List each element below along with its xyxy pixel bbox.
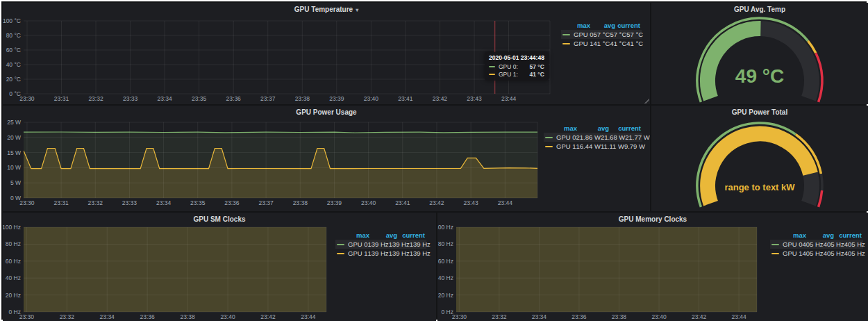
x-tick-label: 23:30 bbox=[19, 313, 35, 320]
y-tick-label: 60 °C bbox=[6, 47, 21, 54]
legend-sort-current[interactable]: current bbox=[834, 231, 862, 239]
legend-value: 405 Hz bbox=[844, 249, 865, 257]
legend-series-toggle[interactable]: GPU 0 bbox=[771, 240, 803, 248]
x-tick-label: 23:44 bbox=[731, 313, 746, 320]
panel-gpu-avg-temp: GPU Avg. Temp 49 °C bbox=[651, 3, 868, 104]
tooltip-series-name: GPU 0: bbox=[499, 63, 518, 70]
y-tick-label: 20 Hz bbox=[6, 292, 21, 299]
legend-sort-max[interactable]: max bbox=[545, 124, 577, 132]
legend-sort-avg[interactable]: avg bbox=[369, 231, 397, 239]
x-tick-label: 23:42 bbox=[260, 313, 276, 320]
y-tick-label: 100 Hz bbox=[437, 224, 453, 231]
x-tick-label: 23:34 bbox=[532, 313, 547, 320]
legend-sort-avg[interactable]: avg bbox=[806, 231, 834, 239]
series-swatch bbox=[771, 253, 779, 254]
legend-value: 139 Hz bbox=[389, 249, 410, 257]
x-tick-label: 23:33 bbox=[122, 199, 137, 206]
legend-series-toggle[interactable]: GPU 1 bbox=[771, 249, 803, 257]
legend-sort-max[interactable]: max bbox=[778, 231, 806, 239]
series-swatch bbox=[562, 43, 570, 44]
x-tick-label: 23:37 bbox=[260, 95, 276, 102]
legend-series-toggle[interactable]: GPU 1 bbox=[562, 40, 594, 47]
chart-canvas: 0 °C20 °C40 °C60 °C80 °C100 °C23:3023:31… bbox=[3, 3, 650, 104]
x-tick-label: 23:42 bbox=[429, 199, 444, 206]
x-tick-label: 23:40 bbox=[220, 313, 235, 320]
legend-value: 41 °C bbox=[626, 40, 643, 47]
legend-header-row: maxavgcurrent bbox=[561, 21, 642, 30]
legend-sort-current[interactable]: current bbox=[397, 231, 425, 239]
legend-sort-max[interactable]: max bbox=[342, 231, 369, 239]
legend-row: GPU 021.86 W21.68 W21.77 W bbox=[544, 133, 642, 142]
legend-series-toggle[interactable]: GPU 0 bbox=[337, 240, 368, 248]
x-tick-label: 23:40 bbox=[651, 313, 667, 320]
x-tick-label: 23:42 bbox=[692, 313, 707, 320]
x-tick-label: 23:41 bbox=[395, 199, 410, 206]
legend-header-row: maxavgcurrent bbox=[335, 231, 426, 240]
x-tick-label: 23:37 bbox=[258, 199, 274, 206]
x-tick-label: 23:36 bbox=[571, 313, 587, 320]
x-tick-label: 23:34 bbox=[157, 95, 172, 102]
series-swatch bbox=[545, 137, 553, 138]
y-tick-label: 80 Hz bbox=[6, 240, 21, 247]
y-tick-label: 40 Hz bbox=[6, 274, 21, 281]
legend-series-toggle[interactable]: GPU 1 bbox=[337, 249, 368, 257]
y-tick-label: 20 W bbox=[7, 134, 21, 141]
legend-sort-avg[interactable]: avg bbox=[577, 124, 609, 132]
gpu-avg-temp-gauge bbox=[651, 3, 868, 104]
legend-value: 57 °C bbox=[626, 31, 643, 38]
legend-value: 21.77 W bbox=[625, 133, 649, 141]
gauge-canvas bbox=[651, 3, 868, 104]
tooltip-series-name: GPU 1: bbox=[499, 71, 518, 78]
gpu-memory-clocks-legend: maxavgcurrentGPU 0405 Hz405 Hz405 HzGPU … bbox=[770, 231, 863, 258]
legend-row: GPU 0405 Hz405 Hz405 Hz bbox=[770, 240, 863, 249]
legend-sort-current[interactable]: current bbox=[615, 22, 640, 29]
y-tick-label: 40 Hz bbox=[438, 274, 453, 281]
legend-sort-max[interactable]: max bbox=[565, 22, 590, 29]
x-tick-label: 23:44 bbox=[498, 199, 513, 206]
y-tick-label: 60 Hz bbox=[6, 258, 21, 265]
legend-value: 41 °C bbox=[610, 40, 626, 47]
legend-value: 41 °C bbox=[594, 40, 610, 47]
gauge-value-arc bbox=[708, 134, 810, 204]
x-tick-label: 23:35 bbox=[190, 199, 206, 206]
x-tick-label: 23:35 bbox=[192, 95, 207, 102]
x-tick-label: 23:38 bbox=[180, 313, 195, 320]
legend-sort-current[interactable]: current bbox=[609, 124, 641, 132]
legend-row: GPU 141 °C41 °C41 °C bbox=[561, 39, 642, 48]
legend-value: 405 Hz bbox=[824, 240, 844, 248]
gpu-sm-clocks-chart[interactable]: 0 Hz20 Hz40 Hz60 Hz80 Hz100 Hz23:3023:32… bbox=[3, 213, 436, 321]
y-tick-label: 60 Hz bbox=[438, 258, 453, 265]
x-tick-label: 23:32 bbox=[60, 313, 75, 320]
chart-tooltip: 2020-05-01 23:44:48 GPU 0: 57 °C GPU 1: … bbox=[485, 52, 549, 81]
legend-header-row: maxavgcurrent bbox=[770, 231, 863, 240]
x-tick-label: 23:43 bbox=[463, 199, 478, 206]
legend-series-toggle[interactable]: GPU 0 bbox=[562, 31, 594, 38]
legend-series-toggle[interactable]: GPU 1 bbox=[545, 142, 576, 150]
tooltip-timestamp: 2020-05-01 23:44:48 bbox=[489, 54, 544, 61]
tooltip-row: GPU 1: 41 °C bbox=[489, 70, 544, 78]
series-swatch bbox=[337, 244, 344, 245]
series-swatch bbox=[562, 34, 570, 35]
chart-canvas: 0 W5 W10 W15 W20 W25 W23:3023:3123:3223:… bbox=[3, 106, 650, 211]
legend-value: 139 Hz bbox=[410, 249, 431, 257]
x-tick-label: 23:31 bbox=[54, 95, 69, 102]
legend-value: 21.86 W bbox=[576, 133, 601, 141]
legend-series-toggle[interactable]: GPU 0 bbox=[545, 133, 576, 141]
x-tick-label: 23:30 bbox=[452, 313, 467, 320]
gpu-temperature-chart[interactable]: 0 °C20 °C40 °C60 °C80 °C100 °C23:3023:31… bbox=[3, 3, 650, 104]
legend-sort-avg[interactable]: avg bbox=[590, 22, 615, 29]
panel-gpu-power-usage: GPU Power Usage 0 W5 W10 W15 W20 W25 W23… bbox=[3, 106, 650, 211]
gpu-sm-clocks-legend: maxavgcurrentGPU 0139 Hz139 Hz139 HzGPU … bbox=[335, 231, 426, 258]
gpu-power-usage-chart[interactable]: 0 W5 W10 W15 W20 W25 W23:3023:3123:3223:… bbox=[3, 106, 650, 211]
legend-row: GPU 116.44 W11.11 W9.79 W bbox=[544, 142, 642, 151]
legend-value: 57 °C bbox=[610, 31, 626, 38]
legend-value: 11.11 W bbox=[601, 142, 624, 150]
gpu-memory-clocks-chart[interactable]: 0 Hz20 Hz40 Hz60 Hz80 Hz100 Hz23:3023:32… bbox=[437, 213, 868, 321]
y-tick-label: 15 W bbox=[7, 149, 21, 156]
gpu-power-total-gauge bbox=[651, 106, 868, 211]
panel-resize-handle[interactable] bbox=[644, 98, 649, 104]
x-tick-label: 23:30 bbox=[19, 199, 35, 206]
x-tick-label: 23:43 bbox=[467, 95, 482, 102]
legend-value: 9.79 W bbox=[624, 142, 645, 150]
x-tick-label: 23:44 bbox=[301, 313, 316, 320]
